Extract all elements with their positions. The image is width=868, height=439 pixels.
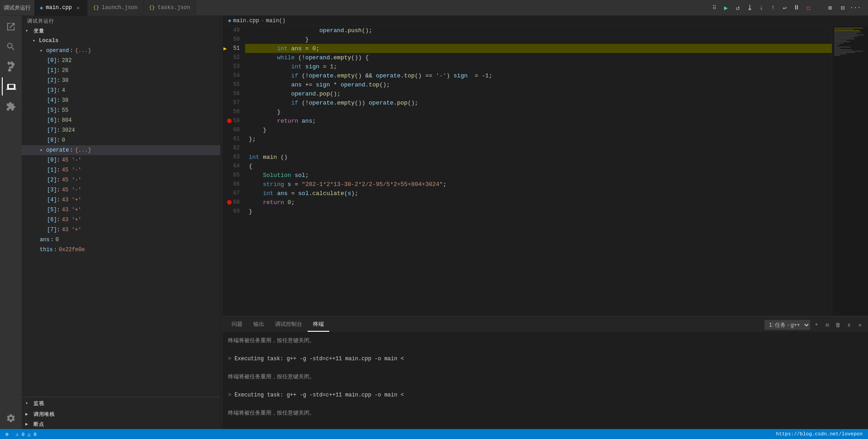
watch-section-header[interactable]: ▾ 监视	[22, 398, 220, 408]
terminal-line-1: 终端将被任务重用，按任意键关闭。	[228, 337, 863, 345]
status-errors[interactable]: ⚠ 0 △ 0	[14, 431, 38, 437]
code-line-69: 69 }	[223, 207, 832, 216]
gutter-66: 66	[223, 180, 245, 189]
tab-icon-launch-json: {}	[93, 5, 99, 10]
content-57: if (!operate.empty()) operate.pop();	[245, 98, 832, 107]
gutter-61: 61	[223, 134, 245, 143]
operand-item-1[interactable]: [1]: 26	[22, 66, 220, 76]
code-editor[interactable]: 49 operand.push(); 50 } ▶	[223, 26, 832, 316]
content-54: if (!operate.empty() && operate.top() ==…	[245, 71, 832, 80]
operand-header[interactable]: ▾ operand : {...}	[22, 46, 220, 56]
activity-settings-icon[interactable]	[2, 409, 20, 427]
terminal-line-8	[228, 400, 863, 408]
debug-dots-btn[interactable]: ⠿	[709, 2, 720, 13]
operate-header[interactable]: ▾ operate : {...}	[22, 145, 220, 155]
split-editor-btn[interactable]: ⊟	[837, 2, 848, 13]
callstack-title: 调用堆栈	[33, 411, 54, 418]
debug-return-btn[interactable]: ↩	[779, 2, 790, 13]
status-debug[interactable]: ⚙	[4, 431, 10, 437]
gutter-63: 63	[223, 153, 245, 162]
tab-terminal[interactable]: 终端	[308, 318, 329, 332]
content-55: ans += sign * operand.top();	[245, 80, 832, 89]
operate-item-1[interactable]: [1]: 45 '-'	[22, 165, 220, 175]
tab-problems[interactable]: 问题	[226, 318, 248, 332]
variables-title: 变量	[33, 28, 44, 34]
panel-collapse-btn[interactable]: ∧	[844, 320, 854, 329]
operand-item-7[interactable]: [7]: 3024	[22, 125, 220, 135]
debug-stop-btn[interactable]: ◻	[803, 2, 814, 13]
operand-item-8[interactable]: [8]: 0	[22, 135, 220, 145]
callstack-section-header[interactable]: ▶ 调用堆栈	[22, 409, 220, 419]
tab-main-cpp[interactable]: ◈ main.cpp ✕	[34, 0, 88, 16]
operand-name: operand	[46, 48, 69, 54]
more-actions-btn[interactable]: ···	[850, 2, 861, 13]
tab-debug-console[interactable]: 调试控制台	[270, 318, 308, 332]
panel-delete-btn[interactable]: 🗑	[834, 320, 843, 329]
operate-item-4[interactable]: [4]: 43 '+'	[22, 195, 220, 205]
terminal-content[interactable]: 终端将被任务重用，按任意键关闭。 > Executing task: g++ -…	[223, 332, 868, 429]
breadcrumb-function[interactable]: main()	[266, 18, 285, 24]
operate-item-5[interactable]: [5]: 43 '+'	[22, 205, 220, 215]
activity-search-icon[interactable]	[2, 38, 20, 56]
minimap-line	[834, 47, 850, 48]
activity-explorer-icon[interactable]	[2, 18, 20, 36]
variables-collapse-icon: ▾	[25, 28, 32, 33]
debug-continue-btn[interactable]: ▶	[721, 2, 731, 13]
variables-section-header[interactable]: ▾ 变量	[22, 26, 220, 36]
breakpoints-section-header[interactable]: ▶ 断点	[22, 419, 220, 429]
operand-item-6[interactable]: [6]: 804	[22, 115, 220, 125]
operate-item-0[interactable]: [0]: 45 '-'	[22, 155, 220, 165]
panel-add-btn[interactable]: +	[812, 320, 821, 329]
activity-extensions-icon[interactable]	[2, 97, 20, 115]
terminal-cmd-1: Executing task: g++ -g -std=c++11 main.c…	[234, 356, 403, 362]
tab-tasks-json[interactable]: {} tasks.json	[143, 0, 196, 16]
debug-title-area: 调试并运行	[4, 0, 31, 16]
operand-item-5[interactable]: [5]: 55	[22, 105, 220, 115]
status-link[interactable]: https://blog.csdn.net/lovepon	[774, 431, 864, 437]
tab-output[interactable]: 输出	[248, 318, 270, 332]
debug-restart-btn[interactable]: ↺	[732, 2, 743, 13]
panel-split-btn[interactable]: ⊟	[823, 320, 832, 329]
activity-debug-icon[interactable]	[2, 77, 20, 95]
debug-step-out-btn[interactable]: ↑	[768, 2, 778, 13]
terminal-line-5: 终端将被任务重用，按任意键关闭。	[228, 373, 863, 381]
operand-item-0[interactable]: [0]: 282	[22, 56, 220, 66]
panel-close-btn[interactable]: ✕	[855, 320, 864, 329]
tab-close-main-cpp[interactable]: ✕	[75, 4, 82, 11]
gutter-65: 65	[223, 171, 245, 180]
debug-step-into-btn[interactable]: ↓	[756, 2, 767, 13]
tab-problems-label: 问题	[232, 320, 242, 328]
tab-launch-json[interactable]: {} launch.json	[88, 0, 143, 16]
operate-item-2[interactable]: [2]: 45 '-'	[22, 175, 220, 185]
status-right: https://blog.csdn.net/lovepon	[774, 431, 864, 437]
minimap-line	[834, 51, 863, 52]
debug-sidebar: 调试并运行 ▾ 变量 ▾ Locals ▾ operand : {...} [0…	[22, 16, 221, 429]
operand-item-3[interactable]: [3]: 4	[22, 86, 220, 95]
debug-pause-btn[interactable]: ⏸	[791, 2, 802, 13]
activity-source-control-icon[interactable]	[2, 57, 20, 76]
tab-debug-console-label: 调试控制台	[275, 320, 302, 328]
debug-step-over-btn[interactable]: ⤓	[744, 2, 755, 13]
gutter-67: 67	[223, 189, 245, 198]
gutter-55: 55	[223, 80, 245, 89]
operate-item-3[interactable]: [3]: 45 '-'	[22, 185, 220, 195]
code-line-50: 50 }	[223, 35, 832, 44]
minimap-line	[834, 38, 855, 39]
minimap-line	[834, 43, 844, 43]
activity-bar	[0, 16, 22, 429]
terminal-select[interactable]: 1: 任务 - g++	[764, 320, 810, 330]
operand-item-2[interactable]: [2]: 30	[22, 76, 220, 86]
locals-header[interactable]: ▾ Locals	[22, 36, 220, 46]
content-63: int main ()	[245, 153, 832, 162]
breadcrumb-file[interactable]: main.cpp	[233, 18, 259, 24]
content-69: }	[245, 207, 832, 216]
operand-collapse-icon: ▾	[40, 48, 46, 53]
tab-group: ◈ main.cpp ✕ {} launch.json {} tasks.jso…	[34, 0, 702, 16]
operand-item-4[interactable]: [4]: 38	[22, 95, 220, 105]
operate-item-6[interactable]: [6]: 43 '+'	[22, 215, 220, 225]
ans-item[interactable]: ans : 0	[22, 235, 220, 245]
this-item[interactable]: this : 0x22fe0e	[22, 245, 220, 255]
watch-title: 监视	[33, 400, 44, 407]
layout-toggle-btn[interactable]: ⊞	[825, 2, 835, 13]
operate-item-7[interactable]: [7]: 43 '+'	[22, 225, 220, 235]
